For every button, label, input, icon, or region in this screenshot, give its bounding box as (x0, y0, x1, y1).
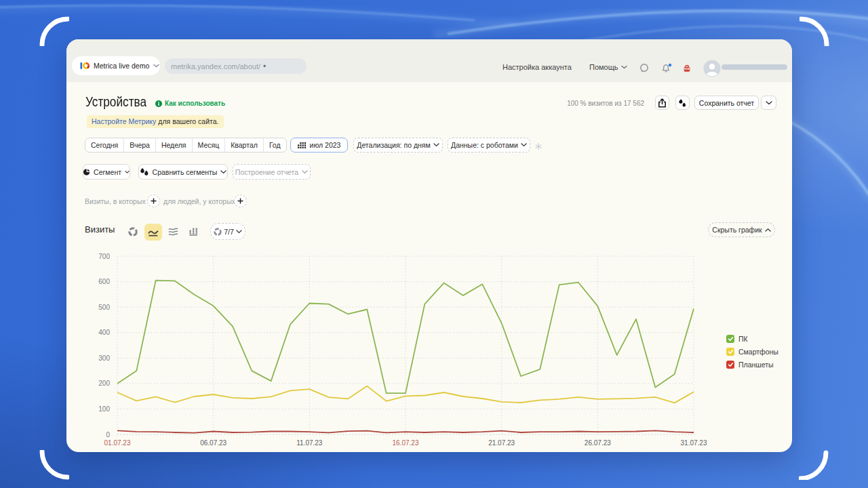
people-filter-label: для людей, у которых (163, 197, 235, 205)
stage: Metrica live demo metrika.yandex.com/abo… (0, 0, 868, 488)
save-report-dropdown[interactable] (761, 96, 776, 110)
period-today[interactable]: Сегодня (85, 138, 124, 152)
period-year[interactable]: Год (264, 138, 286, 152)
share-icon (658, 98, 667, 108)
detail-dropdown[interactable]: Детализация: по дням (353, 138, 443, 152)
top-bar: Metrica live demo metrika.yandex.com/abo… (66, 39, 792, 82)
frame-corner-bottom-left (39, 450, 69, 480)
legend-label: ПК (738, 335, 748, 343)
calendar-grid-icon (298, 142, 307, 148)
site-url: metrika.yandex.com/about/ (171, 62, 260, 70)
legend-checkbox-icon[interactable] (726, 348, 734, 356)
visits-filter-label: Визиты, в которых (85, 197, 146, 205)
period-week[interactable]: Неделя (156, 138, 193, 152)
legend-checkbox-icon[interactable] (726, 335, 734, 343)
site-url-field[interactable]: metrika.yandex.com/about/ • (165, 58, 307, 74)
url-suffix: • (263, 62, 266, 71)
visits-line-chart: 010020030040050060070001.07.2306.07.2311… (87, 253, 717, 449)
frame-corner-top-right (800, 16, 829, 46)
plus-icon (237, 198, 243, 204)
svg-text:01.07.23: 01.07.23 (104, 439, 131, 447)
svg-text:200: 200 (98, 380, 110, 387)
chevron-down-icon (521, 143, 527, 147)
export-button[interactable] (655, 96, 669, 110)
legend-label: Планшеты (738, 361, 774, 369)
settings-dots-icon (534, 141, 542, 153)
period-yesterday[interactable]: Вчера (124, 138, 156, 152)
svg-text:31.07.23: 31.07.23 (681, 439, 707, 447)
chart-type-pie-icon[interactable] (128, 227, 138, 237)
hide-chart-button[interactable]: Скрыть график (708, 222, 775, 237)
svg-text:26.07.23: 26.07.23 (585, 439, 611, 447)
two-drops-icon (140, 167, 149, 176)
save-report-button[interactable]: Сохранить отчет (694, 96, 759, 110)
metric-selector[interactable]: 7/7 (210, 223, 245, 240)
counter-name: Metrica live demo (94, 62, 149, 70)
frame-corner-bottom-right (799, 450, 829, 480)
info-icon (155, 100, 162, 107)
section-title: Визиты (85, 224, 115, 235)
svg-text:400: 400 (98, 329, 110, 336)
date-range-label: июл 2023 (310, 141, 341, 149)
promo-badge-text: НОВ (684, 68, 690, 70)
period-quarter[interactable]: Квартал (225, 138, 264, 152)
svg-text:21.07.23: 21.07.23 (488, 439, 515, 447)
compare-segments-dropdown[interactable]: Сравнить сегменты (138, 164, 228, 180)
svg-text:11.07.23: 11.07.23 (296, 439, 323, 447)
annotations-button[interactable] (675, 96, 690, 110)
chevron-down-icon (236, 230, 242, 234)
wave-icon (148, 228, 159, 237)
period-month[interactable]: Месяц (193, 138, 226, 152)
period-selector: Сегодня Вчера Неделя Месяц Квартал Год (85, 138, 287, 152)
pie-icon (83, 167, 90, 176)
notifications-bell-icon[interactable] (661, 63, 672, 73)
user-name-placeholder (722, 64, 787, 70)
usage-link[interactable]: Как использовать (155, 100, 225, 107)
chart-legend: ПКСмартфоныПланшеты (726, 335, 778, 369)
chevron-down-icon (621, 65, 627, 69)
svg-text:100: 100 (98, 405, 110, 413)
svg-text:06.07.23: 06.07.23 (200, 439, 226, 447)
chart-type-line-selected[interactable] (144, 224, 162, 241)
promo-bag-icon[interactable]: НОВ (682, 64, 692, 73)
drops-icon (678, 98, 687, 107)
chevron-down-icon (125, 170, 130, 174)
legend-item[interactable]: Смартфоны (726, 348, 778, 356)
svg-text:700: 700 (98, 253, 110, 260)
svg-text:500: 500 (98, 304, 110, 311)
visits-sample-stats: 100 % визитов из 17 562 (567, 100, 644, 107)
avatar[interactable] (703, 60, 721, 77)
goal-donut-icon (214, 228, 222, 236)
svg-text:600: 600 (98, 278, 110, 285)
chevron-down-icon (153, 64, 159, 68)
svg-text:16.07.23: 16.07.23 (393, 439, 419, 447)
nav-help[interactable]: Помощь (589, 63, 627, 71)
add-visits-filter-button[interactable] (147, 195, 160, 207)
chevron-down-icon (766, 101, 772, 105)
plus-icon (151, 198, 157, 204)
report-builder-dropdown[interactable]: Построение отчета (233, 164, 311, 180)
svg-text:0: 0 (106, 431, 110, 439)
counter-switcher[interactable]: Metrica live demo (72, 56, 160, 75)
legend-label: Смартфоны (738, 348, 778, 356)
legend-checkbox-icon[interactable] (726, 361, 734, 369)
nav-account-settings[interactable]: Настройка аккаунта (502, 63, 572, 71)
page-title: Устройства (85, 94, 146, 110)
chevron-down-icon (302, 170, 308, 174)
segment-dropdown[interactable]: Сегмент (83, 164, 130, 180)
add-people-filter-button[interactable] (234, 195, 247, 207)
legend-item[interactable]: Планшеты (726, 361, 778, 369)
chevron-up-icon (765, 228, 771, 232)
metrica-logo-icon (80, 62, 90, 70)
data-mode-dropdown[interactable]: Данные: с роботами (448, 138, 530, 152)
app-window: Metrica live demo metrika.yandex.com/abo… (66, 39, 792, 452)
svg-text:300: 300 (98, 354, 110, 362)
chart-type-areas-icon[interactable] (168, 227, 178, 236)
chat-icon[interactable] (639, 64, 649, 73)
legend-item[interactable]: ПК (726, 335, 778, 343)
date-range-button[interactable]: июл 2023 (290, 138, 348, 152)
frame-corner-top-left (39, 16, 69, 46)
chevron-down-icon (220, 170, 226, 174)
setup-metrica-link[interactable]: Настройте Метрику (92, 117, 156, 125)
chart-type-columns-icon[interactable] (189, 227, 198, 236)
